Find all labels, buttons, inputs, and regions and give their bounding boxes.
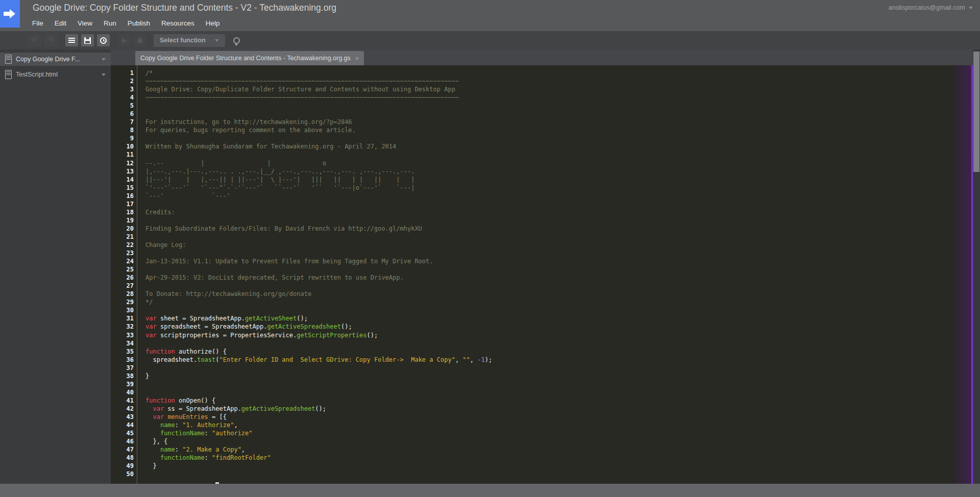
code-line[interactable]: 40 [111,388,973,396]
line-number: 17 [111,200,138,208]
menu-item-view[interactable]: View [72,18,98,29]
menu-item-publish[interactable]: Publish [122,18,156,29]
code-text: For queries, bugs reporting comment on t… [138,126,356,134]
chevron-down-icon[interactable] [102,73,106,76]
code-line[interactable]: 18Credits: [111,208,973,216]
undo-button[interactable]: ↶ [29,34,41,46]
code-text: function authorize() { [138,347,227,356]
close-icon[interactable]: × [355,55,359,62]
code-line[interactable]: 28To Donate: http://techawakening.org/go… [111,290,973,298]
code-line[interactable]: 8For queries, bugs reporting comment on … [111,126,973,134]
menu-item-help[interactable]: Help [200,18,226,29]
select-function-label: Select function [160,37,206,44]
scrollbar-thumb[interactable] [973,52,979,172]
chevron-down-icon[interactable] [102,58,106,61]
code-line[interactable]: 30 [111,306,973,314]
debug-button[interactable] [134,34,146,46]
code-line[interactable]: 3Google Drive: Copy/Duplicate Folder Str… [111,85,973,93]
sidebar-file-item[interactable]: TestScript.html [0,68,111,81]
line-number: 38 [111,372,138,380]
code-line[interactable]: 11 [111,151,973,159]
code-line[interactable]: 24Jan-13-2015: V1.1: Update to Prevent F… [111,257,973,265]
line-number: 29 [111,298,138,306]
code-line[interactable]: 17 [111,200,973,208]
triggers-button[interactable] [97,34,110,46]
code-line[interactable]: 10Written by Shunmugha Sundaram for Tech… [111,142,973,151]
line-number: 23 [111,249,138,257]
code-line[interactable]: 4~~~~~~~~~~~~~~~~~~~~~~~~~~~~~~~~~~~~~~~… [111,93,973,102]
code-text: |,---.,---.|---.,---.. . .,---.|__/ ,---… [138,167,414,176]
code-text [138,110,145,118]
code-line[interactable]: 50 [111,470,973,478]
code-line[interactable]: 14||---'| | |,---|| | ||---'| \ |---'| |… [111,176,973,184]
code-line[interactable]: 7For instructions, go to http://techawak… [111,118,973,126]
line-number: 48 [111,454,138,462]
code-text: var ss = SpreadsheetApp.getActiveSpreads… [138,405,326,413]
code-text [138,282,145,290]
apps-script-logo-icon [0,0,20,28]
save-button[interactable] [81,34,94,46]
code-line[interactable]: 45 functionName: "authorize" [111,429,973,437]
vertical-scrollbar[interactable] [973,49,980,484]
code-line[interactable]: 41function onOpen() { [111,396,973,405]
status-bar [0,484,980,497]
code-line[interactable]: 22Change Log: [111,241,973,249]
tab-active[interactable]: Copy Google Drive Folder Structure and C… [135,51,364,65]
code-line[interactable]: 26Apr-29-2015: V2: DocList deprecated, S… [111,274,973,282]
menu-item-resources[interactable]: Resources [156,18,200,29]
redo-button[interactable]: ↷ [44,34,57,46]
redo-icon: ↷ [47,36,54,44]
code-line[interactable]: 16`---' `---' [111,192,973,200]
code-line[interactable]: 44 name: "1. Authorize", [111,421,973,429]
select-function-dropdown[interactable]: Select function [154,34,225,47]
menu-item-file[interactable]: File [27,18,49,29]
code-line[interactable]: 35function authorize() { [111,347,973,356]
code-line[interactable]: 29*/ [111,298,973,306]
line-number: 33 [111,331,138,339]
account-menu[interactable]: anolisporcatus@gmail.com [889,4,973,11]
code-line[interactable]: 27 [111,282,973,290]
code-line[interactable]: 38} [111,372,973,380]
code-line[interactable]: 15`'---'`---'` '`---^`-`-'`---'` ``---'`… [111,184,973,192]
line-number: 36 [111,356,138,364]
line-number: 22 [111,241,138,249]
code-line[interactable]: 49 } [111,462,973,470]
code-text: Finding Subordinate Folders/Files: By Da… [138,225,422,233]
code-line[interactable]: 9 [111,134,973,142]
run-button[interactable]: ▶ [118,34,131,46]
code-line[interactable]: 48 functionName: "findRootFolder" [111,454,973,462]
code-line[interactable]: 6 [111,110,973,118]
code-line[interactable]: 47 name: "2. Make a Copy", [111,445,973,454]
code-text: var menuEntries = [{ [138,413,227,421]
code-line[interactable]: 42 var ss = SpreadsheetApp.getActiveSpre… [111,405,973,413]
code-line[interactable]: 39 [111,380,973,388]
code-line[interactable]: 43 var menuEntries = [{ [111,413,973,421]
menu-item-run[interactable]: Run [98,18,122,29]
code-line[interactable]: 32var spreadsheet = SpreadsheetApp.getAc… [111,322,973,331]
indent-button[interactable] [65,34,78,46]
code-line[interactable]: 34 [111,339,973,347]
bulb-button[interactable] [230,34,243,46]
code-line[interactable]: 37 [111,364,973,372]
code-line[interactable]: 25 [111,265,973,274]
code-line[interactable]: 13|,---.,---.|---.,---.. . .,---.|__/ ,-… [111,167,973,176]
code-line[interactable]: 19 [111,216,973,225]
code-line[interactable]: 21 [111,233,973,241]
code-line[interactable]: 1/* [111,69,973,77]
code-editor[interactable]: 1/*2~~~~~~~~~~~~~~~~~~~~~~~~~~~~~~~~~~~~… [111,65,973,484]
code-line[interactable]: 36 spreadsheet.toast("Enter Folder ID an… [111,356,973,364]
code-line[interactable]: 5 [111,102,973,110]
code-line[interactable]: 2~~~~~~~~~~~~~~~~~~~~~~~~~~~~~~~~~~~~~~~… [111,77,973,85]
code-lines[interactable]: 1/*2~~~~~~~~~~~~~~~~~~~~~~~~~~~~~~~~~~~~… [111,69,973,478]
code-line[interactable]: 20Finding Subordinate Folders/Files: By … [111,225,973,233]
code-line[interactable]: 46 }, { [111,437,973,445]
arrow-icon [4,12,10,16]
code-line[interactable]: 12--.-- | | o [111,159,973,167]
code-line[interactable]: 31var sheet = SpreadsheetApp.getActiveSh… [111,314,973,322]
code-text [138,388,145,396]
menu-item-edit[interactable]: Edit [49,18,72,29]
code-line[interactable]: 23 [111,249,973,257]
code-line[interactable]: 33var scriptproperties = PropertiesServi… [111,331,973,339]
sidebar-file-item[interactable]: Copy Google Drive F... [0,53,111,66]
code-text [138,151,145,159]
